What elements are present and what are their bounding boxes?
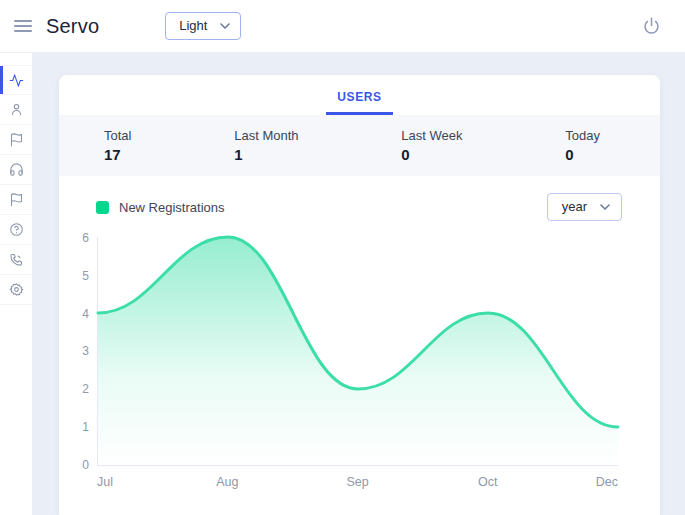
legend-swatch [96,201,109,214]
y-tick-label: 6 [82,231,89,245]
sidebar-item-calls[interactable] [0,245,32,275]
x-axis: JulAugSepOctDec [97,475,618,491]
y-tick-label: 4 [82,307,89,321]
x-tick-label: Oct [478,475,497,489]
sidebar-item-help[interactable] [0,215,32,245]
chevron-down-icon [220,23,230,29]
x-tick-label: Aug [216,475,238,489]
y-tick-label: 5 [82,269,89,283]
app-title: Servo [46,15,99,38]
stat-label: Last Week [401,128,462,143]
chart-legend: New Registrations [96,200,225,215]
registrations-area-chart: 6543210 JulAugSepOc [59,230,660,494]
y-tick-label: 0 [82,458,89,472]
topbar: Servo Light [0,0,685,53]
power-icon [641,16,662,37]
stat-last-month: Last Month 1 [234,128,298,163]
y-axis: 6543210 [59,231,89,472]
stat-last-week: Last Week 0 [401,128,462,163]
x-tick-label: Jul [97,475,113,489]
sidebar-item-activity[interactable] [0,65,32,95]
x-tick-label: Dec [596,475,618,489]
headphones-icon [9,162,24,177]
sidebar-item-reports[interactable] [0,185,32,215]
legend-label: New Registrations [119,200,225,215]
y-tick-label: 1 [82,420,89,434]
main-content: USERS Total 17 Last Month 1 Last Week 0 … [33,53,685,515]
flag-icon [9,132,24,147]
flag-icon-2 [9,192,24,207]
stat-value: 0 [565,146,600,163]
sidebar-item-settings[interactable] [0,275,32,305]
sidebar-item-users[interactable] [0,95,32,125]
range-select-value: year [562,199,587,214]
stats-row: Total 17 Last Month 1 Last Week 0 Today … [59,115,660,176]
phone-call-icon [9,252,24,267]
sidebar [0,53,33,515]
stat-total: Total 17 [104,128,131,163]
stat-value: 1 [234,146,298,163]
stat-label: Total [104,128,131,143]
theme-select-value: Light [179,18,207,33]
chart-header: New Registrations year [59,176,660,221]
stat-label: Today [565,128,600,143]
sidebar-item-support[interactable] [0,155,32,185]
area-chart-svg [98,237,618,465]
stat-today: Today 0 [565,128,600,163]
stat-value: 17 [104,146,131,163]
y-tick-label: 3 [82,344,89,358]
settings-gear-icon [9,282,24,297]
y-tick-label: 2 [82,382,89,396]
tab-users[interactable]: USERS [326,75,392,115]
stat-label: Last Month [234,128,298,143]
chart-plot [97,237,618,466]
chevron-down-icon [600,204,610,210]
activity-icon [9,73,24,88]
users-card: USERS Total 17 Last Month 1 Last Week 0 … [59,75,660,515]
theme-select[interactable]: Light [165,12,241,40]
power-button[interactable] [639,14,663,38]
stat-value: 0 [401,146,462,163]
hamburger-menu-icon[interactable] [14,20,32,32]
x-tick-label: Sep [346,475,368,489]
help-circle-icon [9,222,24,237]
user-icon [9,102,24,117]
range-select[interactable]: year [547,193,622,221]
tabs-row: USERS [59,75,660,115]
sidebar-item-flag[interactable] [0,125,32,155]
